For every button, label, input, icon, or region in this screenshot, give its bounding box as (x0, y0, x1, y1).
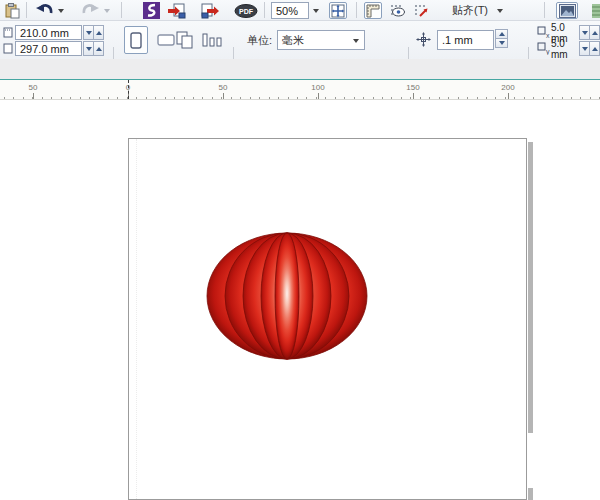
paper-height-icon (3, 43, 13, 54)
export-icon (201, 3, 219, 19)
svg-text:y: y (546, 48, 550, 55)
publish-pdf-button[interactable]: PDF (233, 2, 259, 19)
clipped-edge-button[interactable] (592, 2, 600, 19)
ruler-mark-label: 50 (211, 83, 235, 92)
redo-button[interactable] (80, 2, 100, 19)
ruler-mark-label: 200 (496, 83, 520, 92)
ruler-mark-label: 100 (306, 83, 330, 92)
units-combo[interactable]: 毫米 (277, 30, 365, 50)
publish-pdf-icon: PDF (234, 4, 258, 18)
clipped-edge-icon (592, 3, 600, 19)
ruler-major-tick (33, 93, 34, 99)
page-shadow-segment (528, 142, 533, 433)
snap-to-dropdown[interactable] (494, 2, 506, 19)
undo-dropdown[interactable] (56, 2, 66, 19)
horizontal-ruler[interactable]: 50050100150200 (0, 80, 600, 100)
redo-dropdown-caret (104, 9, 110, 13)
redo-dropdown[interactable] (102, 2, 112, 19)
options-icon (559, 4, 576, 18)
page-height-spinner[interactable] (84, 41, 104, 56)
separator (544, 2, 545, 18)
units-label: 单位: (247, 33, 272, 48)
facing-pages-button[interactable] (199, 26, 225, 54)
duplicate-y-value: 5.0 mm (551, 38, 579, 60)
import-icon (168, 3, 186, 19)
welcome-screen-button[interactable] (141, 2, 161, 19)
zoom-level-dropdown[interactable] (309, 2, 322, 19)
separator (26, 2, 27, 18)
page-width-field[interactable]: 210.0 mm (15, 25, 82, 40)
show-rulers-icon (366, 4, 380, 18)
show-rulers-button[interactable] (364, 2, 382, 19)
ruler-major-tick (318, 93, 319, 99)
property-bar-filler (0, 59, 600, 79)
snap-to-caret (497, 9, 503, 13)
separator (264, 2, 265, 18)
ruler-major-tick (413, 93, 414, 99)
separator (121, 2, 122, 18)
page-shadow-segment (528, 488, 533, 500)
duplicate-y-field[interactable]: 5.0 mm (551, 41, 579, 56)
snap-to-button[interactable]: 贴齐(T) (446, 2, 494, 19)
snap-to-grid-button[interactable] (412, 2, 430, 19)
spin-up-icon[interactable] (93, 41, 104, 56)
zoom-to-page-icon (331, 4, 345, 18)
duplicate-distance-y-icon: y (537, 42, 550, 55)
ruler-cursor-indicator (128, 80, 129, 99)
paste-button[interactable] (3, 2, 21, 19)
import-button[interactable] (166, 2, 188, 19)
duplicate-y-spinner[interactable] (580, 41, 600, 56)
spin-up-icon[interactable] (93, 25, 104, 40)
property-bar: 210.0 mm 297.0 mm (0, 21, 600, 59)
zoom-level-value: 50% (276, 5, 298, 17)
zoom-level-combo[interactable]: 50% (271, 2, 309, 19)
page-height-value: 297.0 mm (20, 43, 69, 55)
all-pages-button[interactable] (172, 26, 198, 54)
ruler-mark-label: 50 (21, 83, 45, 92)
spin-up-icon[interactable] (589, 41, 600, 56)
ruler-major-tick (508, 93, 509, 99)
snap-to-grid-icon (414, 4, 429, 18)
duplicate-x-spinner[interactable] (580, 25, 600, 40)
welcome-screen-icon (143, 2, 160, 19)
nudge-offset-field[interactable]: .1 mm (437, 30, 494, 50)
portrait-icon (130, 32, 142, 49)
nudge-offset-value: .1 mm (442, 34, 473, 46)
guideline[interactable] (136, 139, 137, 500)
redo-icon (82, 3, 99, 18)
facing-pages-icon (202, 33, 222, 47)
paste-icon (5, 3, 20, 19)
ruler-major-tick (223, 93, 224, 99)
page-width-spinner[interactable] (84, 25, 104, 40)
units-value: 毫米 (282, 33, 304, 48)
show-grid-button[interactable] (388, 2, 406, 19)
svg-text:PDF: PDF (239, 7, 254, 14)
spin-down-icon[interactable] (495, 38, 508, 48)
svg-text:x: x (546, 32, 550, 39)
zoom-to-page-button[interactable] (329, 2, 347, 19)
portrait-button[interactable] (124, 26, 148, 54)
lantern-drawing[interactable] (205, 231, 369, 361)
snap-to-label: 贴齐(T) (452, 3, 488, 18)
show-grid-icon (390, 4, 405, 18)
standard-toolbar: PDF 50% (0, 0, 600, 21)
nudge-offset-icon (416, 32, 431, 47)
page-height-field[interactable]: 297.0 mm (15, 41, 82, 56)
nudge-spinner[interactable] (495, 30, 508, 48)
undo-dropdown-caret (58, 9, 64, 13)
drawing-canvas[interactable] (0, 100, 600, 500)
undo-button[interactable] (34, 2, 54, 19)
page-width-value: 210.0 mm (20, 27, 69, 39)
lantern-ellipse[interactable] (275, 233, 299, 359)
separator (356, 2, 357, 18)
duplicate-distance-x-icon: x (537, 26, 550, 39)
spin-up-icon[interactable] (589, 25, 600, 40)
all-pages-icon (176, 31, 194, 49)
undo-icon (36, 3, 53, 18)
options-button[interactable] (556, 2, 578, 19)
zoom-dropdown-caret (313, 9, 319, 13)
ruler-mark-label: 150 (401, 83, 425, 92)
app-window: PDF 50% (0, 0, 600, 500)
export-button[interactable] (199, 2, 221, 19)
units-caret (353, 39, 359, 43)
